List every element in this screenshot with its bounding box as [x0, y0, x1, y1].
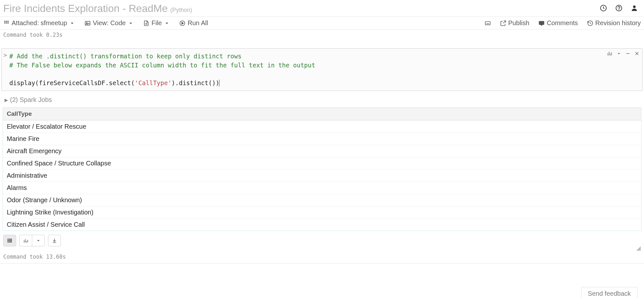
attached-dropdown[interactable]: Attached: sfmeetup [3, 19, 75, 27]
file-dropdown[interactable]: File [143, 19, 170, 27]
svg-rect-6 [6, 22, 7, 23]
minimize-icon[interactable] [625, 51, 631, 58]
attached-label: Attached: sfmeetup [12, 19, 67, 27]
chevron-down-icon [69, 20, 75, 26]
svg-rect-12 [8, 239, 12, 243]
chevron-down-icon [128, 20, 134, 26]
comments-label: Comments [547, 19, 578, 27]
chart-icon[interactable] [607, 51, 613, 58]
table-row[interactable]: Citizen Assist / Service Call [3, 218, 641, 231]
run-all-label: Run All [187, 19, 208, 27]
toolbar: Attached: sfmeetup View: Code File Run A… [0, 16, 644, 30]
comments-button[interactable]: Comments [538, 19, 578, 27]
table-view-button[interactable] [3, 235, 16, 246]
spark-jobs-label: (2) Spark Jobs [10, 96, 52, 104]
notebook-language: (Python) [170, 7, 192, 14]
chevron-down-icon[interactable] [616, 51, 622, 58]
file-label: File [151, 19, 162, 27]
table-row[interactable]: Confined Space / Structure Collapse [3, 157, 641, 169]
command-status-bottom: Command took 13.60s [0, 252, 644, 262]
chevron-down-icon [164, 20, 170, 26]
svg-point-9 [86, 22, 87, 23]
output-table: CallType Elevator / Escalator RescueMari… [3, 107, 641, 231]
command-status-top: Command took 0.23s [0, 30, 644, 40]
spark-jobs-toggle[interactable]: ▶ (2) Spark Jobs [0, 93, 644, 105]
run-all-button[interactable]: Run All [179, 19, 208, 27]
download-button[interactable] [48, 235, 61, 246]
svg-rect-4 [7, 21, 8, 22]
table-row[interactable]: Odor (Strange / Unknown) [3, 194, 641, 206]
keyboard-icon[interactable] [485, 20, 491, 26]
table-header[interactable]: CallType [3, 108, 641, 120]
publish-button[interactable]: Publish [500, 19, 530, 27]
svg-rect-7 [7, 22, 8, 23]
notebook-title[interactable]: Fire Incidents Exploration - ReadMe [3, 3, 168, 15]
table-row[interactable]: Administrative [3, 169, 641, 182]
chevron-down-icon[interactable] [32, 235, 44, 246]
cell-run-gutter[interactable]: > [4, 52, 7, 58]
code-cell[interactable]: > # Add the .distinct() transformation t… [1, 48, 643, 91]
revision-label: Revision history [595, 19, 641, 27]
code-content[interactable]: # Add the .distinct() transformation to … [9, 52, 638, 87]
recent-icon[interactable] [600, 4, 607, 14]
svg-rect-2 [4, 21, 5, 22]
resize-handle[interactable]: ◢ [0, 244, 644, 252]
chart-view-button[interactable] [19, 235, 45, 246]
revision-history-button[interactable]: Revision history [587, 19, 641, 27]
table-row[interactable]: Lightning Strike (Investigation) [3, 206, 641, 218]
publish-label: Publish [508, 19, 530, 27]
caret-right-icon: ▶ [5, 97, 8, 103]
view-label: View: Code [93, 19, 126, 27]
view-dropdown[interactable]: View: Code [84, 19, 134, 27]
close-icon[interactable] [634, 51, 640, 58]
svg-point-1 [633, 5, 636, 8]
user-icon[interactable] [630, 4, 638, 14]
svg-rect-5 [4, 22, 5, 23]
svg-rect-3 [6, 21, 7, 22]
help-icon[interactable] [615, 4, 623, 14]
table-row[interactable]: Elevator / Escalator Rescue [3, 120, 641, 133]
notebook-header: Fire Incidents Exploration - ReadMe (Pyt… [0, 0, 644, 16]
table-row[interactable]: Marine Fire [3, 133, 641, 145]
svg-rect-11 [485, 22, 490, 25]
table-row[interactable]: Alarms [3, 182, 641, 194]
table-row[interactable]: Aircraft Emergency [3, 145, 641, 157]
